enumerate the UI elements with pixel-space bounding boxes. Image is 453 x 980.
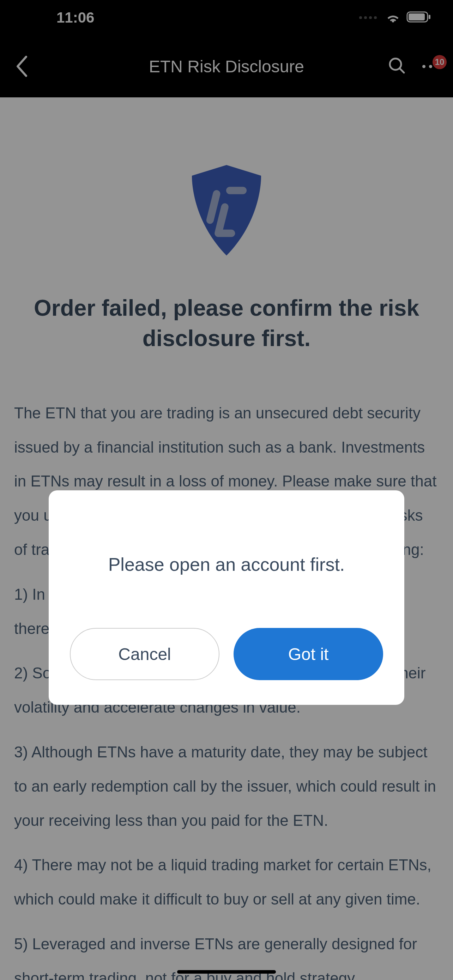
modal-buttons: Cancel Got it [70, 628, 383, 680]
modal-message: Please open an account first. [108, 554, 345, 575]
confirm-button[interactable]: Got it [234, 628, 383, 680]
alert-modal: Please open an account first. Cancel Got… [49, 490, 404, 705]
modal-overlay[interactable]: Please open an account first. Cancel Got… [0, 0, 453, 980]
cancel-button[interactable]: Cancel [70, 628, 219, 680]
home-indicator[interactable] [177, 970, 276, 974]
